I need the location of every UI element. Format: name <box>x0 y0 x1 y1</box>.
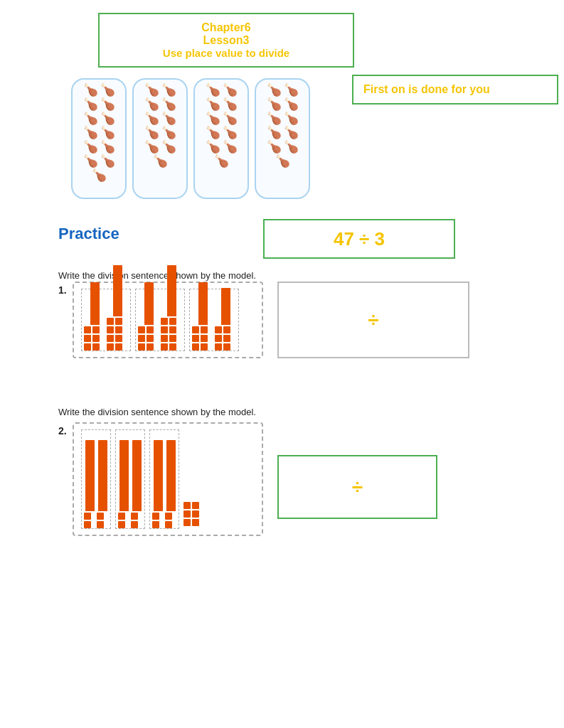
example-equation-box: 47 ÷ 3 <box>263 219 455 259</box>
write-instruction-1: Write the division sentence shown by the… <box>58 270 256 281</box>
lesson-subtitle: Use place value to divide <box>114 47 339 59</box>
bar-group-2 <box>135 289 185 351</box>
extra-dots-group <box>183 429 205 529</box>
chicken-group-4: 🍗🍗 🍗🍗 🍗🍗 🍗🍗 🍗🍗 🍗 <box>255 78 310 199</box>
example-equation: 47 ÷ 3 <box>334 228 385 250</box>
bar-group-1 <box>81 289 131 351</box>
tooltip-box: First on is done for you <box>352 75 558 105</box>
chicken-group-3: 🍗🍗 🍗🍗 🍗🍗 🍗🍗 🍗🍗 🍗 <box>193 78 249 199</box>
bar-group-2-3 <box>149 429 179 529</box>
model-diagram-1 <box>73 282 263 358</box>
bar-group-2-2 <box>115 429 145 529</box>
bar-group-3 <box>189 289 239 351</box>
header-box: Chapter6 Lesson3 Use place value to divi… <box>98 13 354 68</box>
chapter-title: Chapter6 <box>114 21 339 34</box>
answer-box-1[interactable]: ÷ <box>277 282 469 358</box>
problem-number-1: 1. <box>58 284 67 296</box>
answer-symbol-2: ÷ <box>352 476 363 498</box>
lesson-title: Lesson3 <box>114 34 339 47</box>
problem-number-2: 2. <box>58 425 67 437</box>
chicken-group-1: 🍗🍗 🍗🍗 🍗🍗 🍗🍗 🍗🍗 🍗🍗 🍗 <box>71 78 127 199</box>
bar-group-2-1 <box>81 429 111 529</box>
chickens-area: 🍗🍗 🍗🍗 🍗🍗 🍗🍗 🍗🍗 🍗🍗 🍗 🍗🍗 🍗🍗 🍗🍗 🍗🍗 🍗🍗 🍗 🍗🍗 … <box>71 78 310 199</box>
model-diagram-2 <box>73 422 263 536</box>
practice-label: Practice <box>58 225 119 243</box>
chicken-group-2: 🍗🍗 🍗🍗 🍗🍗 🍗🍗 🍗🍗 🍗 <box>132 78 188 199</box>
answer-box-2[interactable]: ÷ <box>277 455 437 519</box>
write-instruction-2: Write the division sentence shown by the… <box>58 407 256 417</box>
answer-symbol-1: ÷ <box>368 309 378 331</box>
tooltip-text: First on is done for you <box>363 83 490 95</box>
